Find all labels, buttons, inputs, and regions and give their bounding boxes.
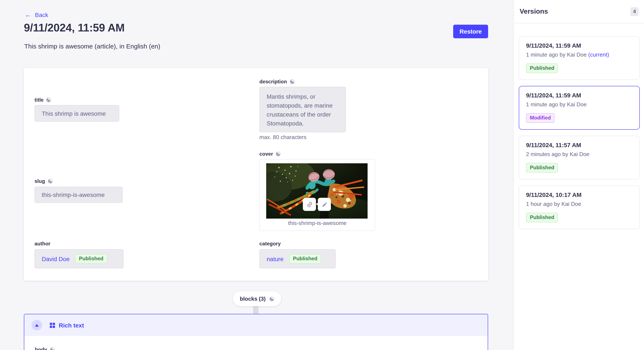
title-field-label: title: [34, 97, 51, 103]
chevron-up-icon: [34, 324, 39, 327]
versions-count-badge: 4: [630, 7, 638, 16]
back-label: Back: [35, 11, 48, 18]
restore-button[interactable]: Restore: [453, 25, 488, 38]
entry-form-card: title This shrimp is awesome slug this-s…: [24, 68, 488, 281]
description-textarea[interactable]: Mantis shrimps, or stomatopods, are mari…: [260, 87, 346, 132]
globe-icon: [276, 151, 281, 157]
cover-image: [266, 163, 368, 219]
pencil-icon: [321, 201, 328, 208]
author-status-badge: Published: [75, 254, 107, 264]
version-card[interactable]: 9/11/2024, 10:17 AM 1 hour ago by Kai Do…: [519, 185, 640, 229]
description-hint: max. 80 characters: [260, 134, 306, 140]
versions-sidebar: Versions 4 9/11/2024, 11:59 AM 1 minute …: [513, 0, 644, 350]
category-relation-box: nature Published: [260, 249, 336, 268]
version-card[interactable]: 9/11/2024, 11:59 AM 1 minute ago by Kai …: [519, 36, 640, 80]
cover-caption: this-shrimp-is-awesome: [260, 220, 375, 226]
version-status-badge: Published: [526, 213, 558, 222]
cover-field-label: cover: [260, 151, 281, 157]
main-content: ← Back 9/11/2024, 11:59 AM This shrimp i…: [0, 0, 513, 350]
versions-title: Versions: [520, 8, 548, 15]
blocks-field-pill: blocks (3): [233, 291, 281, 306]
version-status-badge: Published: [526, 63, 558, 73]
page-subtitle: This shrimp is awesome (article), in Eng…: [24, 42, 160, 50]
pill-connector: [253, 306, 258, 314]
globe-icon: [48, 178, 52, 184]
back-link[interactable]: ← Back: [25, 11, 48, 18]
author-relation-link[interactable]: David Doe: [42, 255, 70, 262]
rich-text-block-title: Rich text: [59, 322, 84, 329]
version-timestamp: 9/11/2024, 10:17 AM: [526, 191, 632, 198]
cover-actions: [303, 198, 331, 211]
version-meta: 1 minute ago by Kai Doe: [526, 101, 587, 108]
edit-media-button[interactable]: [318, 198, 331, 211]
category-status-badge: Published: [289, 254, 321, 264]
versions-sidebar-header: Versions 4: [514, 0, 644, 23]
author-relation-box: David Doe Published: [34, 249, 124, 268]
rich-text-accordion-header[interactable]: Rich text: [24, 314, 488, 336]
rich-text-accordion-body: body: [24, 336, 488, 350]
globe-icon: [50, 347, 55, 350]
block-grid-icon: [50, 322, 55, 328]
body-field-label: body: [35, 347, 488, 350]
rich-text-block-accordion: Rich text body: [24, 314, 488, 350]
version-history-page: ← Back 9/11/2024, 11:59 AM This shrimp i…: [0, 0, 644, 350]
version-list: 9/11/2024, 11:59 AM 1 minute ago by Kai …: [514, 23, 644, 229]
version-card[interactable]: 9/11/2024, 11:57 AM 2 minutes ago by Kai…: [519, 136, 640, 179]
link-icon: [306, 201, 313, 208]
back-arrow-icon: ←: [25, 11, 32, 18]
version-meta: 1 hour ago by Kai Doe: [526, 201, 581, 207]
category-field-label: category: [260, 241, 281, 247]
cover-media-card: this-shrimp-is-awesome: [260, 159, 375, 231]
version-meta: 1 minute ago by Kai Doe: [526, 51, 587, 58]
globe-icon: [46, 97, 51, 103]
category-relation-link[interactable]: nature: [267, 255, 284, 262]
author-field-label: author: [34, 241, 50, 247]
version-current-label: (current): [588, 51, 609, 58]
description-field-label: description: [260, 79, 294, 85]
version-timestamp: 9/11/2024, 11:57 AM: [526, 142, 632, 149]
version-status-badge: Published: [526, 163, 558, 173]
version-meta: 2 minutes ago by Kai Doe: [526, 151, 590, 157]
version-status-badge: Modified: [526, 113, 555, 123]
version-timestamp: 9/11/2024, 11:59 AM: [526, 92, 632, 99]
copy-link-button[interactable]: [303, 198, 316, 211]
version-card-selected[interactable]: 9/11/2024, 11:59 AM 1 minute ago by Kai …: [519, 86, 640, 130]
title-input[interactable]: This shrimp is awesome: [34, 105, 119, 122]
page-title: 9/11/2024, 11:59 AM: [24, 21, 124, 34]
collapse-toggle-button[interactable]: [32, 320, 42, 331]
version-timestamp: 9/11/2024, 11:59 AM: [526, 42, 632, 49]
globe-icon: [290, 79, 294, 84]
slug-field-label: slug: [34, 178, 52, 184]
globe-icon: [269, 296, 274, 301]
slug-input[interactable]: this-shrimp-is-awesome: [34, 187, 123, 203]
